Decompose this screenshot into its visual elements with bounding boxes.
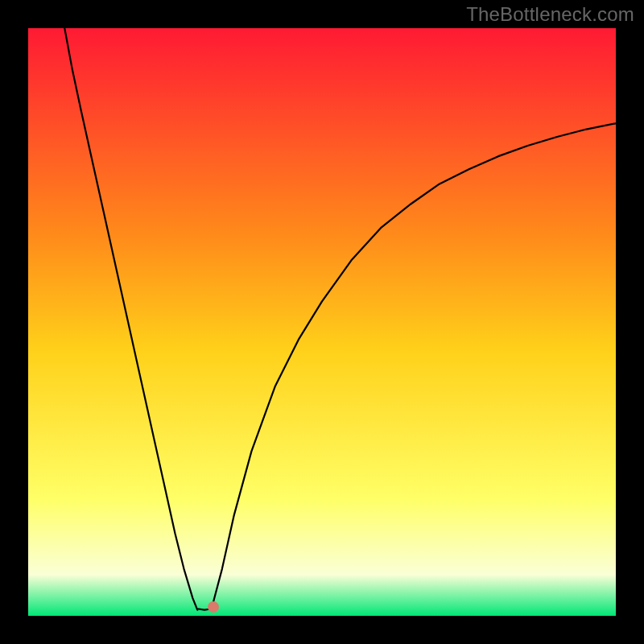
chart-container: TheBottleneck.com <box>0 0 644 644</box>
watermark-text: TheBottleneck.com <box>466 3 634 26</box>
plot-area <box>28 28 616 616</box>
minimum-marker <box>208 601 219 613</box>
bottleneck-curve <box>28 28 616 616</box>
